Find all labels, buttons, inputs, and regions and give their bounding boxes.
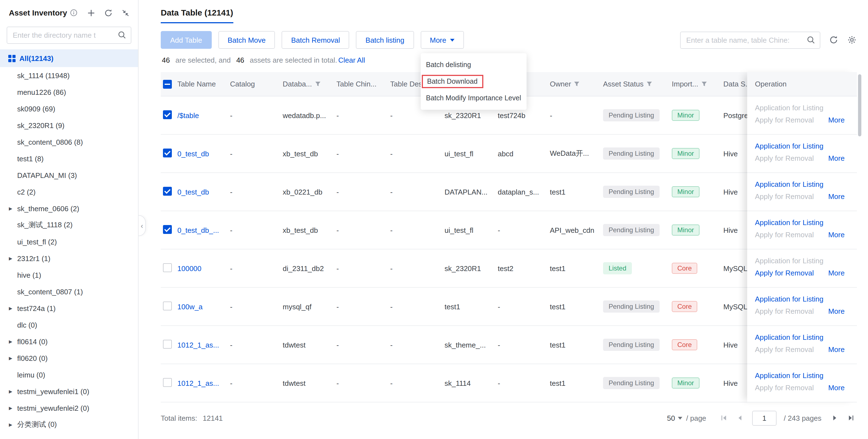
table-name-link[interactable]: 0_test_db_... xyxy=(177,226,219,234)
sidebar-directory-item[interactable]: testmi_yewufenlei1 (0) xyxy=(0,383,138,400)
table-name-link[interactable]: 1012_1_as... xyxy=(177,341,219,349)
row-checkbox[interactable] xyxy=(163,340,172,348)
next-page-button[interactable] xyxy=(829,412,841,424)
sidebar-directory-item[interactable]: sk_theme_0606 (2) xyxy=(0,200,138,217)
sidebar-directory-item[interactable]: c2 (2) xyxy=(0,184,138,200)
table-name-link[interactable]: 0_test_db xyxy=(177,188,209,196)
table-name-link[interactable]: /$table xyxy=(177,111,199,120)
sidebar-directory-item[interactable]: hive (1) xyxy=(0,266,138,283)
expand-arrow-icon[interactable] xyxy=(9,206,17,211)
search-icon[interactable] xyxy=(806,35,815,46)
page-number-input[interactable] xyxy=(752,410,777,426)
table-name-link[interactable]: 1012_1_as... xyxy=(177,379,219,387)
refresh-table-icon[interactable] xyxy=(829,35,839,45)
refresh-directory-icon[interactable] xyxy=(103,8,113,18)
apply-for-removal-action[interactable]: Apply for Removal xyxy=(755,230,814,239)
menu-item-batch-download[interactable]: Batch Download xyxy=(421,73,527,90)
apply-for-removal-action[interactable]: Apply for Removal xyxy=(755,116,814,124)
more-button[interactable]: More xyxy=(421,31,464,49)
info-icon[interactable] xyxy=(70,9,78,17)
sidebar-directory-item[interactable]: sk_1114 (11948) xyxy=(0,67,138,84)
row-checkbox[interactable] xyxy=(163,187,172,195)
last-page-button[interactable] xyxy=(845,412,857,424)
sidebar-directory-item[interactable]: sk0909 (69) xyxy=(0,100,138,117)
expand-arrow-icon[interactable] xyxy=(9,355,17,360)
sidebar-directory-item[interactable]: DATAPLAN_MI (3) xyxy=(0,167,138,184)
application-for-listing-action[interactable]: Application for Listing xyxy=(755,142,824,150)
row-checkbox[interactable] xyxy=(163,148,172,157)
column-header-owner[interactable]: Owner xyxy=(550,80,603,88)
sidebar-directory-item[interactable]: test724a (1) xyxy=(0,300,138,316)
add-table-button[interactable]: Add Table xyxy=(161,31,212,49)
batch-move-button[interactable]: Batch Move xyxy=(218,31,275,49)
expand-arrow-icon[interactable] xyxy=(9,422,17,427)
expand-arrow-icon[interactable] xyxy=(9,306,17,311)
sidebar-directory-item[interactable]: fl0614 (0) xyxy=(0,333,138,350)
application-for-listing-action[interactable]: Application for Listing xyxy=(755,180,824,188)
column-header-catalog[interactable]: Catalog xyxy=(230,80,283,88)
expand-arrow-icon[interactable] xyxy=(9,405,17,410)
row-checkbox[interactable] xyxy=(163,378,172,387)
row-more-action[interactable]: More xyxy=(828,116,844,124)
sidebar-directory-item[interactable]: 2312r1 (1) xyxy=(0,250,138,266)
sidebar-directory-item[interactable]: ui_test_fl (2) xyxy=(0,233,138,250)
vertical-scrollbar[interactable] xyxy=(858,74,861,136)
menu-item-batch-modify-importance[interactable]: Batch Modify Importance Level xyxy=(421,90,527,106)
row-more-action[interactable]: More xyxy=(828,269,844,277)
batch-listing-button[interactable]: Batch listing xyxy=(356,31,414,49)
sidebar-item-all[interactable]: All(12143) xyxy=(0,49,138,67)
row-checkbox[interactable] xyxy=(163,301,172,310)
row-more-action[interactable]: More xyxy=(828,154,844,162)
row-checkbox[interactable] xyxy=(163,263,172,272)
column-header-table-chinese[interactable]: Table Chin... xyxy=(336,80,390,88)
clear-all-link[interactable]: Clear All xyxy=(338,56,365,64)
application-for-listing-action[interactable]: Application for Listing xyxy=(755,295,824,303)
row-more-action[interactable]: More xyxy=(828,383,844,392)
application-for-listing-action[interactable]: Application for Listing xyxy=(755,333,824,341)
apply-for-removal-action[interactable]: Apply for Removal xyxy=(755,307,814,315)
application-for-listing-action[interactable]: Application for Listing xyxy=(755,218,824,227)
table-name-link[interactable]: 100000 xyxy=(177,264,202,273)
select-all-checkbox[interactable] xyxy=(163,80,172,88)
apply-for-removal-action[interactable]: Apply for Removal xyxy=(755,269,814,277)
row-more-action[interactable]: More xyxy=(828,230,844,239)
apply-for-removal-action[interactable]: Apply for Removal xyxy=(755,345,814,354)
first-page-button[interactable] xyxy=(718,412,730,424)
sidebar-directory-item[interactable]: sk_content_0807 (1) xyxy=(0,283,138,300)
column-header-table-name[interactable]: Table Name xyxy=(177,80,230,88)
sidebar-directory-item[interactable]: sk_2320R1 (9) xyxy=(0,117,138,133)
page-size-select[interactable]: 50 xyxy=(667,414,682,422)
sidebar-directory-item[interactable]: sk_测试_1118 (2) xyxy=(0,217,138,233)
previous-page-button[interactable] xyxy=(734,412,746,424)
sidebar-directory-item[interactable]: menu1226 (86) xyxy=(0,84,138,100)
row-checkbox[interactable] xyxy=(163,225,172,233)
application-for-listing-action[interactable]: Application for Listing xyxy=(755,371,824,380)
row-checkbox[interactable] xyxy=(163,110,172,119)
column-header-importance[interactable]: Import... xyxy=(672,80,723,88)
add-directory-icon[interactable] xyxy=(86,8,96,18)
column-header-asset-status[interactable]: Asset Status xyxy=(603,80,672,88)
apply-for-removal-action[interactable]: Apply for Removal xyxy=(755,383,814,392)
application-for-listing-action[interactable]: Application for Listing xyxy=(755,104,824,112)
sidebar-directory-item[interactable]: test1 (8) xyxy=(0,150,138,167)
row-more-action[interactable]: More xyxy=(828,307,844,315)
batch-removal-button[interactable]: Batch Removal xyxy=(282,31,349,49)
directory-search-input[interactable] xyxy=(7,27,131,44)
apply-for-removal-action[interactable]: Apply for Removal xyxy=(755,154,814,162)
table-name-link[interactable]: 100w_a xyxy=(177,302,203,311)
column-header-database[interactable]: Databa... xyxy=(283,80,336,88)
expand-arrow-icon[interactable] xyxy=(9,256,17,261)
sidebar-directory-item[interactable]: leimu (0) xyxy=(0,366,138,383)
sidebar-directory-item[interactable]: dlc (0) xyxy=(0,316,138,333)
search-icon[interactable] xyxy=(118,30,126,41)
sidebar-directory-item[interactable]: 分类测试 (0) xyxy=(0,416,138,433)
collapse-all-icon[interactable] xyxy=(120,8,130,18)
expand-arrow-icon[interactable] xyxy=(9,339,17,344)
row-more-action[interactable]: More xyxy=(828,345,844,354)
gear-icon[interactable] xyxy=(847,35,857,45)
table-search-input[interactable] xyxy=(680,31,820,49)
application-for-listing-action[interactable]: Application for Listing xyxy=(755,257,824,265)
apply-for-removal-action[interactable]: Apply for Removal xyxy=(755,192,814,201)
menu-item-batch-delisting[interactable]: Batch delisting xyxy=(421,57,527,73)
expand-arrow-icon[interactable] xyxy=(9,389,17,394)
